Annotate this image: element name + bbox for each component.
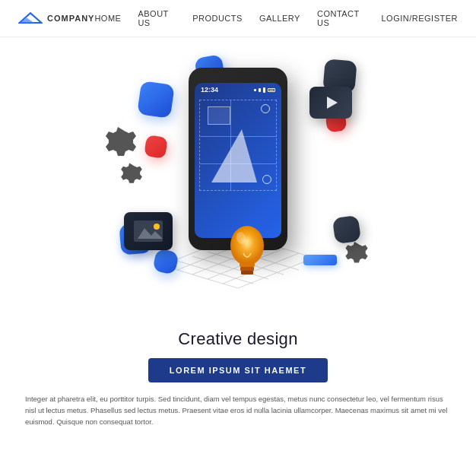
svg-point-16: [154, 224, 160, 230]
nav-link-home[interactable]: HOME: [94, 14, 121, 23]
play-icon: [327, 97, 338, 109]
signal-bar-1: [254, 89, 256, 91]
blue-square-2: [137, 81, 175, 119]
illustration: 12:34: [78, 45, 398, 326]
screen-blueprint: [199, 100, 277, 191]
nav-links: HOME ABOUT US PRODUCTS GALLERY CONTACT U…: [94, 9, 458, 27]
svg-rect-20: [240, 267, 254, 271]
cta-button[interactable]: LOREM IPSUM SIT HAEMET: [148, 358, 328, 382]
hero-section: 12:34: [0, 37, 476, 428]
mountain-icon: [134, 221, 163, 242]
svg-rect-19: [240, 262, 255, 267]
nav-link-products[interactable]: PRODUCTS: [192, 14, 243, 23]
nav-link-contact[interactable]: CONTACT US: [317, 9, 365, 27]
crosshair-2: [262, 175, 271, 184]
svg-rect-21: [241, 271, 253, 274]
text-section: Creative design LOREM IPSUM SIT HAEMET I…: [10, 329, 466, 428]
phone-screen: 12:34: [195, 83, 281, 238]
photo-card: [124, 212, 173, 250]
svg-point-18: [230, 226, 264, 265]
gear-large: [101, 121, 141, 163]
hero-body-text: Integer at pharetra elit, eu porttitor t…: [25, 393, 451, 428]
phone-screen-content: [195, 97, 281, 194]
nav-link-login[interactable]: LOGIN/REGISTER: [381, 14, 458, 23]
small-tray: [303, 255, 337, 265]
red-square-1: [144, 135, 168, 159]
nav-link-gallery[interactable]: GALLERY: [259, 14, 300, 23]
video-button[interactable]: [309, 87, 352, 119]
gear-small: [118, 159, 145, 189]
phone-status-icons: [254, 87, 275, 93]
screen-rect-box: [208, 106, 230, 125]
crosshair-1: [261, 104, 270, 113]
dark-square-2: [332, 215, 361, 244]
signal-bar-3: [263, 87, 265, 93]
screen-sail-shape: [211, 129, 257, 182]
logo: COMPANY: [18, 11, 94, 26]
phone-time: 12:34: [201, 86, 218, 94]
bulb-svg: [224, 221, 270, 286]
phone-status-bar: 12:34: [195, 83, 281, 97]
hero-title: Creative design: [25, 329, 451, 349]
battery-icon: [268, 88, 275, 92]
signal-bar-2: [259, 88, 261, 92]
logo-text: COMPANY: [47, 14, 94, 23]
logo-icon: [18, 11, 43, 26]
nav-link-about[interactable]: ABOUT US: [138, 9, 176, 27]
light-bulb: [224, 221, 270, 282]
navbar: COMPANY HOME ABOUT US PRODUCTS GALLERY C…: [0, 0, 476, 37]
